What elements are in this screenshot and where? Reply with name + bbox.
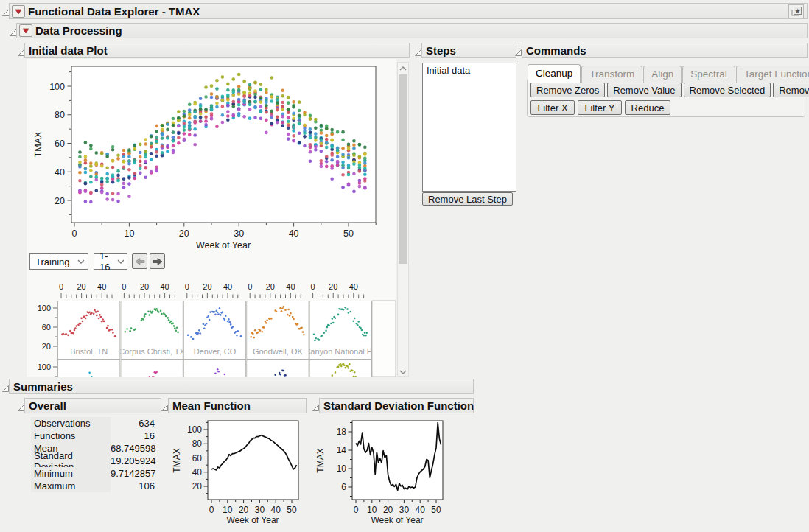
panel-title: Summaries: [13, 380, 73, 393]
right-arrow-icon: [153, 257, 163, 266]
panel-title: Steps: [426, 44, 456, 57]
svg-text:20: 20: [77, 282, 85, 291]
panel-title: Mean Function: [172, 399, 251, 412]
report-window-button[interactable]: ★: [788, 4, 804, 18]
tab-spectral[interactable]: Spectral: [682, 66, 735, 83]
svg-text:30: 30: [399, 505, 410, 515]
remove-last-step-button[interactable]: Remove Last Step: [422, 192, 513, 206]
svg-text:20: 20: [203, 282, 211, 291]
svg-text:0: 0: [209, 505, 214, 515]
svg-text:20: 20: [383, 505, 393, 515]
svg-text:20: 20: [329, 282, 337, 291]
tab-transform[interactable]: Transform: [581, 66, 642, 83]
svg-text:30: 30: [234, 228, 244, 239]
range-dropdown[interactable]: 1-16: [94, 253, 127, 270]
steps-header: Steps: [421, 43, 516, 58]
function-small-multiples[interactable]: 020401006020Bristol, TN100602002040Corpu…: [27, 279, 396, 377]
svg-text:50: 50: [431, 505, 441, 515]
svg-text:10: 10: [337, 463, 347, 474]
svg-text:14: 14: [337, 445, 347, 455]
chevron-down-icon: [117, 259, 124, 265]
svg-text:40: 40: [55, 167, 65, 178]
svg-text:80: 80: [55, 110, 65, 120]
table-row: Functions 16: [31, 430, 156, 442]
svg-text:0: 0: [185, 282, 189, 291]
svg-text:80: 80: [192, 438, 203, 449]
svg-text:TMAX: TMAX: [172, 448, 182, 472]
svg-text:0: 0: [72, 228, 77, 239]
dropdown-value: Training: [35, 256, 69, 267]
svg-text:6: 6: [341, 482, 346, 492]
svg-text:10: 10: [124, 228, 134, 239]
svg-text:30: 30: [255, 505, 265, 515]
remove-zeros-button[interactable]: Remove Zeros: [530, 83, 605, 97]
left-arrow-icon: [135, 257, 145, 266]
initial-data-scatter-plot[interactable]: 0102030405020406080100Week of YearTMAX: [27, 62, 396, 252]
stat-label: Maximum: [31, 480, 111, 492]
previous-page-button[interactable]: [132, 253, 147, 269]
svg-text:50: 50: [287, 505, 297, 515]
stat-label: Observations: [31, 417, 111, 430]
table-row: Minimum 9.7142857: [31, 467, 156, 480]
initial-data-plot-header: Initial data Plot: [24, 43, 410, 58]
chevron-up-icon: [399, 66, 407, 71]
training-set-dropdown[interactable]: Training: [29, 253, 88, 270]
overall-header: Overall: [24, 398, 161, 413]
svg-text:Bristol, TN: Bristol, TN: [70, 347, 108, 356]
svg-text:0: 0: [311, 282, 315, 291]
filter-y-button[interactable]: Filter Y: [578, 100, 622, 115]
table-row: Observations 634: [31, 417, 156, 430]
svg-text:40: 40: [416, 505, 426, 515]
svg-text:40: 40: [289, 228, 299, 239]
svg-text:Week of Year: Week of Year: [226, 515, 279, 525]
svg-text:Canyon National Pa: Canyon National Pa: [304, 347, 377, 356]
remove-value-button[interactable]: Remove Value: [607, 83, 681, 97]
svg-text:Week of Year: Week of Year: [196, 240, 251, 251]
svg-text:60: 60: [42, 323, 51, 332]
next-page-button[interactable]: [150, 253, 165, 269]
red-triangle-menu-button[interactable]: [19, 24, 32, 37]
svg-text:40: 40: [223, 282, 232, 291]
svg-text:60: 60: [55, 139, 65, 149]
svg-text:★: ★: [794, 7, 800, 15]
stat-label: Standard Deviation: [31, 455, 111, 467]
tab-target-functions[interactable]: Target Functions: [736, 66, 809, 83]
panel-title: Commands: [526, 44, 586, 57]
stat-value: 19.205924: [111, 455, 155, 466]
svg-text:40: 40: [286, 282, 295, 291]
stat-label: Minimum: [31, 467, 111, 480]
scroll-up-button[interactable]: [398, 63, 408, 74]
tab-align[interactable]: Align: [643, 66, 682, 83]
svg-text:TMAX: TMAX: [33, 131, 43, 157]
svg-text:Denver, CO: Denver, CO: [194, 347, 237, 356]
panel-title: Initial data Plot: [29, 44, 108, 57]
summaries-header: Summaries: [9, 379, 474, 394]
svg-text:10: 10: [367, 505, 377, 515]
section-title: Data Processing: [35, 24, 122, 37]
svg-text:0: 0: [122, 282, 126, 291]
stat-value: 9.7142857: [111, 468, 155, 479]
scroll-down-button[interactable]: [398, 366, 408, 377]
svg-text:0: 0: [59, 282, 63, 291]
red-triangle-menu-button[interactable]: [12, 5, 25, 18]
steps-list-item[interactable]: Initial data: [423, 63, 516, 77]
vertical-scrollbar[interactable]: [397, 62, 409, 377]
commands-header: Commands: [522, 43, 808, 58]
reduce-button[interactable]: Reduce: [625, 100, 670, 115]
overall-stats-table: Observations 634 Functions 16 Mean 68.74…: [31, 417, 156, 492]
svg-text:20: 20: [192, 481, 203, 491]
remove-selected-button[interactable]: Remove Selected: [684, 83, 771, 97]
scrollbar-thumb[interactable]: [399, 74, 407, 264]
svg-text:60: 60: [192, 453, 203, 463]
sd-function-plot[interactable]: 010203040506101418Week of YearTMAX: [313, 415, 452, 527]
remove-unselected-button[interactable]: Remove Unselected: [773, 83, 809, 97]
stat-value: 106: [111, 480, 155, 491]
tab-cleanup[interactable]: Cleanup: [528, 64, 581, 83]
filter-x-button[interactable]: Filter X: [530, 100, 575, 115]
mean-function-plot[interactable]: 0102030405020406080100Week of YearTMAX: [169, 415, 307, 527]
stat-value: 68.749598: [111, 443, 155, 454]
steps-list[interactable]: Initial data: [422, 63, 516, 192]
svg-text:100: 100: [38, 304, 51, 312]
svg-text:20: 20: [179, 228, 189, 239]
cleanup-buttons-row2: Filter X Filter Y Reduce: [530, 100, 670, 115]
